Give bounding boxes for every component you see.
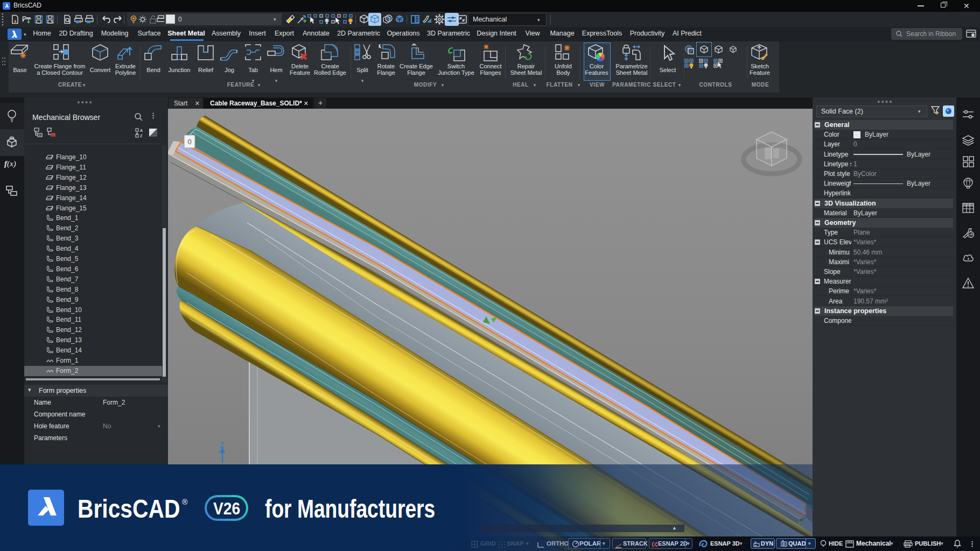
svg-text:Z: Z [140, 134, 143, 138]
svg-text:0: 0 [187, 138, 191, 146]
svg-text:A: A [140, 129, 143, 132]
